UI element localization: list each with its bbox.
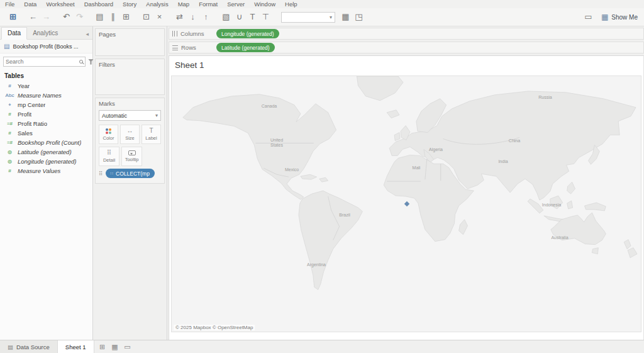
columns-shelf-label: Columns — [180, 30, 204, 37]
presentation-card-icon[interactable]: ▭ — [582, 10, 595, 24]
field-row[interactable]: ◍ Longitude (generated) — [0, 157, 92, 166]
search-input[interactable] — [6, 59, 79, 65]
field-row[interactable]: Abc Measure Names — [0, 91, 92, 100]
menu-story[interactable]: Story — [123, 1, 136, 8]
sheet-pane: Columns Longitude (generated) Rows Latit… — [167, 26, 644, 340]
menu-format[interactable]: Format — [199, 1, 218, 8]
field-row[interactable]: ◍ Latitude (generated) — [0, 147, 92, 157]
new-worksheet-icon[interactable]: ⊞ — [119, 10, 133, 24]
collapse-pane-icon[interactable]: ◂ — [82, 31, 92, 39]
menu-bar: File Data Worksheet Dashboard Story Anal… — [0, 0, 644, 8]
label-button-label: Label — [145, 135, 157, 141]
field-row[interactable]: =# Profit Ratio — [0, 119, 92, 128]
menu-window[interactable]: Window — [254, 1, 275, 8]
show-me-button[interactable]: ▦ Show Me — [601, 13, 638, 21]
mark-type-dropdown[interactable]: Automatic ▾ — [99, 110, 161, 121]
search-box — [3, 57, 86, 67]
tab-data-source[interactable]: ▤ Data Source — [0, 340, 58, 353]
detail-button[interactable]: ⠿ Detail — [99, 147, 119, 166]
field-label: Profit — [18, 111, 31, 118]
field-row[interactable]: # Sales — [0, 128, 92, 138]
forward-icon[interactable]: → — [40, 10, 53, 24]
status-bar: ▤ Data Source Sheet 1 ⊞ ▦ ▭ — [0, 340, 644, 353]
chevron-down-icon: ▾ — [330, 14, 332, 20]
show-hide-cards-icon[interactable]: ▦ — [339, 10, 352, 24]
filters-shelf[interactable]: Filters — [95, 59, 165, 95]
tab-analytics[interactable]: Analytics — [27, 28, 64, 39]
columns-shelf[interactable]: Columns Longitude (generated) — [169, 28, 644, 40]
sort-ascending-icon[interactable]: ↓ — [186, 10, 199, 24]
color-button[interactable]: Color — [99, 125, 118, 144]
field-label: Bookshop Profit (Count) — [18, 139, 81, 146]
new-dashboard-icon[interactable]: ▦ — [109, 343, 121, 351]
tableau-logo-icon[interactable]: ⊞ — [6, 10, 19, 24]
menu-data[interactable]: Data — [24, 1, 36, 8]
highlight-icon[interactable]: ▧ — [219, 10, 233, 24]
rows-shelf[interactable]: Rows Latitude (generated) — [169, 42, 644, 53]
data-source-tab-icon: ▤ — [8, 344, 13, 350]
number-icon: # — [4, 83, 15, 89]
show-me-label: Show Me — [611, 14, 638, 21]
field-row[interactable]: # Year — [0, 81, 92, 91]
clear-sheet-icon[interactable]: × — [153, 10, 166, 24]
menu-analysis[interactable]: Analysis — [146, 1, 168, 8]
pause-auto-updates-icon[interactable]: ∥ — [106, 10, 119, 24]
chevron-down-icon: ▾ — [155, 113, 158, 118]
globe-icon: ◍ — [4, 159, 15, 164]
datasource-icon: ▤ — [4, 43, 9, 50]
new-worksheet-tab-icon[interactable]: ⊞ — [97, 343, 108, 351]
mark-buttons-row-1: Color ↔ Size T Label — [99, 125, 161, 144]
field-row[interactable]: # Measure Values — [0, 166, 92, 176]
field-label: Profit Ratio — [18, 120, 47, 127]
field-row[interactable]: # Profit — [0, 109, 92, 119]
menu-map[interactable]: Map — [178, 1, 189, 8]
calculated-number-icon: =# — [4, 121, 15, 126]
cards-pane: Pages Filters Marks Automatic ▾ Color ↔ … — [93, 26, 167, 340]
redo-icon[interactable]: ↷ — [73, 10, 86, 24]
detail-icon: ⠿ — [107, 150, 111, 156]
menu-server[interactable]: Server — [227, 1, 245, 8]
label-button[interactable]: T Label — [142, 125, 161, 144]
new-data-source-icon[interactable]: ▤ — [93, 10, 106, 24]
undo-icon[interactable]: ↶ — [60, 10, 73, 24]
tooltip-button[interactable]: Tooltip — [121, 147, 142, 166]
columns-pill-label: Longitude (generated) — [221, 31, 274, 37]
fit-dropdown[interactable]: ▾ — [281, 12, 335, 23]
spatial-icon: ∷ — [111, 171, 113, 176]
menu-file[interactable]: File — [5, 1, 14, 8]
filters-label: Filters — [99, 61, 161, 68]
menu-help[interactable]: Help — [285, 1, 297, 8]
size-icon: ↔ — [127, 128, 133, 134]
tab-sheet-1[interactable]: Sheet 1 — [58, 340, 94, 353]
new-story-icon[interactable]: ▭ — [122, 343, 133, 351]
menu-worksheet[interactable]: Worksheet — [46, 1, 74, 8]
map-view[interactable]: Canada Russia United States Mexico Brazi… — [171, 76, 641, 332]
group-members-icon[interactable]: ∪ — [233, 10, 246, 24]
duplicate-sheet-icon[interactable]: ⊡ — [140, 10, 153, 24]
size-button[interactable]: ↔ Size — [120, 125, 140, 144]
marks-pill-row: ⠿ ∷ COLLECT(mp — [99, 169, 161, 178]
tab-data[interactable]: Data — [1, 27, 27, 40]
text-icon: Abc — [4, 92, 15, 98]
field-label: Year — [18, 82, 30, 89]
sort-descending-icon[interactable]: ↑ — [199, 10, 213, 24]
pages-label: Pages — [99, 31, 161, 38]
datasource-row[interactable]: ▤ Bookshop Profit (Books ... — [0, 40, 92, 53]
field-row[interactable]: =# Bookshop Profit (Count) — [0, 138, 92, 147]
field-row[interactable]: ⌖ mp Center — [0, 100, 92, 109]
field-list: # Year Abc Measure Names ⌖ mp Center # P… — [0, 81, 92, 176]
swap-rows-columns-icon[interactable]: ⇄ — [173, 10, 186, 24]
rows-pill[interactable]: Latitude (generated) — [216, 43, 275, 52]
back-icon[interactable]: ← — [26, 10, 40, 24]
presentation-mode-icon[interactable]: ◳ — [352, 10, 365, 24]
field-label: Measure Values — [18, 167, 60, 174]
pages-shelf[interactable]: Pages — [95, 28, 165, 56]
collect-pill[interactable]: ∷ COLLECT(mp — [106, 169, 155, 178]
columns-icon — [172, 31, 177, 36]
menu-dashboard[interactable]: Dashboard — [84, 1, 113, 8]
columns-pill[interactable]: Longitude (generated) — [216, 29, 279, 38]
tooltip-icon — [128, 150, 136, 155]
marks-label: Marks — [99, 100, 161, 107]
fix-axes-icon[interactable]: ⊤ — [259, 10, 272, 24]
show-mark-labels-icon[interactable]: T — [246, 10, 259, 24]
